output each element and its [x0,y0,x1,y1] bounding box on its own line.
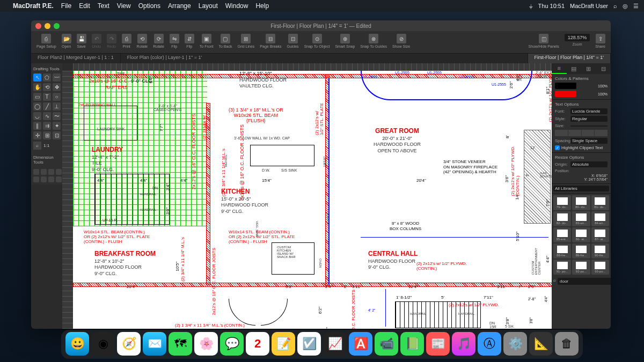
tab-first-floor[interactable]: First-Floor | Floor Plan | 1/4" = 1' [528,54,611,63]
tab-floorplan-color[interactable]: Floor Plan (color) | Layer-1 | 1" = 1' [121,54,528,63]
zoom-readout[interactable]: 128.57%Zoom [562,33,592,47]
dock-macdraft[interactable]: 📐 [529,332,553,356]
align-right-button[interactable] [582,130,595,136]
dock-books[interactable]: 📗 [400,332,424,356]
notification-center-icon[interactable]: ☰ [633,3,639,10]
inspector-tab-grid[interactable]: ⊞ [581,63,596,74]
dock-finder[interactable]: 😀 [65,332,89,356]
dock-appstore-1[interactable]: 🅰️ [349,332,372,356]
library-item[interactable]: 83-en... [572,211,590,226]
zoom-tool[interactable]: ⌕ [33,142,41,150]
dim-horiz[interactable] [33,169,39,175]
offset-tool[interactable]: ⇉ [43,122,51,130]
polygon-tool[interactable]: ⬠ [43,73,51,82]
page-setup-button[interactable]: ⎙Page Setup [34,33,58,49]
dock-reminders[interactable]: ☑️ [297,332,321,356]
rotate-right-button[interactable]: ⟳Rotate [151,33,166,49]
flip-h-button[interactable]: ⇋Flip [167,33,181,49]
library-item[interactable]: 82- do... [553,211,571,226]
library-item[interactable]: 93-po... [591,260,609,275]
dock-calendar[interactable]: 2 [246,332,269,356]
menu-layout[interactable]: Layout [199,2,218,10]
library-item[interactable]: 90-fre... [591,243,609,258]
menu-edit[interactable]: Edit [79,2,90,10]
dim-center[interactable] [41,176,47,182]
library-item[interactable]: 89-fre... [572,243,590,258]
close-button[interactable] [35,23,41,29]
dock-mail[interactable]: ✉️ [143,332,166,356]
dim-radial[interactable] [56,169,62,175]
minimize-button[interactable] [45,23,50,29]
snap-guides-button[interactable]: ⊗Snap To Guides [358,33,389,49]
fullscreen-button[interactable] [54,23,60,29]
menu-arrange[interactable]: Arrange [168,2,191,10]
align-center-button[interactable] [568,130,581,136]
star-tool[interactable]: ✦ [53,122,61,130]
control-center-icon[interactable]: ◎ [623,3,628,10]
dock-photos[interactable]: 🌸 [194,332,218,356]
guides-button[interactable]: ⊡Guides [284,33,301,49]
dim-area[interactable] [48,176,54,182]
dim-chain[interactable] [56,176,62,182]
library-item[interactable]: 85-ent... [553,227,571,242]
panels-button[interactable]: ◫Show/Hide Panels [526,33,561,49]
library-item[interactable]: 80- do... [572,195,590,210]
menu-file[interactable]: File [61,2,71,10]
align-justify-button[interactable] [595,130,608,136]
spotlight-icon[interactable]: ⌕ [613,3,617,9]
arc-tool[interactable]: ◡ [33,112,41,120]
text-tool[interactable]: T [43,93,51,101]
align-left-button[interactable] [555,130,568,136]
dock-appstore[interactable]: Ⓐ [478,332,501,356]
dim-angle[interactable] [48,169,54,175]
library-item[interactable]: 79- do... [553,195,571,210]
dock-itunes[interactable]: 🎵 [452,332,475,356]
dock-notes[interactable]: 📝 [272,332,295,356]
dock-maps[interactable]: 🗺 [169,332,192,356]
library-item[interactable]: 88-fre... [553,243,571,258]
perp-tool[interactable]: ⊥ [53,102,61,110]
drawing-canvas[interactable]: 2x10's @ 16" O.C.9'-0" CLG. RAFTERS TILE… [73,71,552,329]
attach-tool[interactable]: ⊡ [53,131,61,139]
dim-vert[interactable] [41,169,47,175]
library-select[interactable]: All Libraries [553,186,609,191]
bezier-tool[interactable]: 〜 [53,112,61,120]
clock[interactable]: Thu 10:51 [538,3,565,9]
inspector-tab-properties[interactable]: ≡ [552,63,567,74]
curve-tool[interactable]: ∿ [43,112,51,120]
show-size-button[interactable]: ⊘Show Size [390,33,412,49]
menu-window[interactable]: Window [225,2,248,10]
share-button[interactable]: ⇪Share [593,33,608,49]
ruler-horizontal[interactable] [73,63,552,71]
menu-text[interactable]: Text [98,2,109,10]
spacing-select[interactable]: Single Space [570,138,608,144]
to-front-button[interactable]: ▣To Front [197,33,216,49]
parallel-tool[interactable]: ∥ [33,122,41,130]
open-button[interactable]: 📂Open [60,33,74,49]
ruler-vertical[interactable] [62,71,73,329]
tab-floorplan2[interactable]: Floor Plan2 | Merged Layer-1 | 1 : 1 [31,54,121,63]
dock-news[interactable]: 📰 [426,332,450,356]
grid-button[interactable]: ⊞Grid Lines [235,33,257,49]
menu-view[interactable]: View [117,2,131,10]
dock-facetime[interactable]: 📹 [375,332,398,356]
undo-button[interactable]: ↶Undo [90,33,104,49]
library-search[interactable] [558,278,611,285]
smart-snap-button[interactable]: ⊕Smart Snap [333,33,357,49]
rotate-left-button[interactable]: ⟲Rotate [135,33,150,49]
library-item[interactable]: 84-en... [591,211,609,226]
to-back-button[interactable]: ▢To Back [217,33,235,49]
flip-v-button[interactable]: ⇵Flip [182,33,196,49]
app-name[interactable]: MacDraft P.E. [13,2,54,10]
dock-siri[interactable]: ◉ [91,332,115,356]
user-name[interactable]: MacDraft User [570,3,608,9]
menu-help[interactable]: Help [255,2,269,10]
move-tool[interactable]: ✢ [33,131,41,139]
dock-trash[interactable]: 🗑 [555,332,579,356]
style-select[interactable]: Regular [570,116,608,122]
library-item[interactable]: 92-po... [572,260,590,275]
redo-button[interactable]: ↷Redo [105,33,119,49]
fill-swatch[interactable] [555,91,576,97]
clip-checkbox[interactable]: ✓ [555,145,560,150]
library-item[interactable]: 87- at... [591,227,609,242]
